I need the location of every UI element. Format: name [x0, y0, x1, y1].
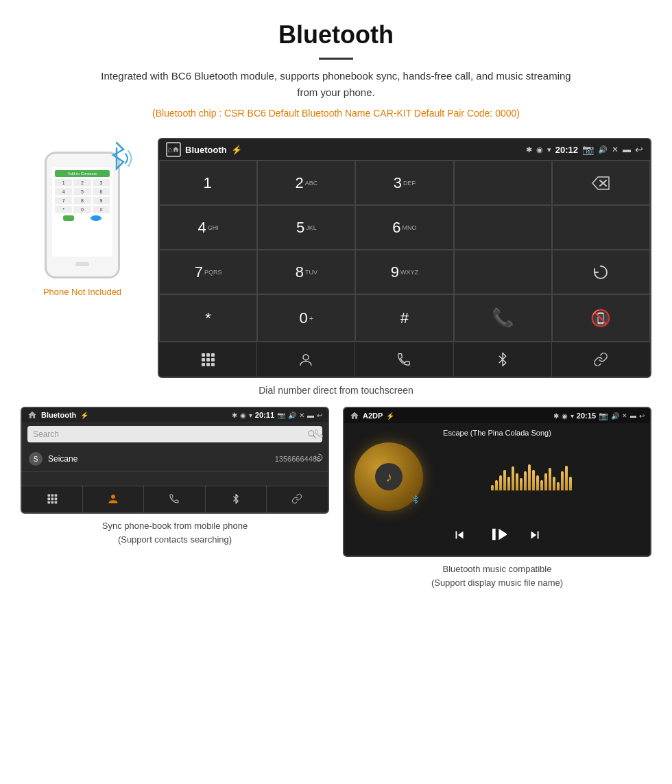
music-status-left: A2DP ⚡	[350, 411, 394, 420]
svg-rect-14	[48, 498, 51, 501]
contacts-bottom-bt[interactable]	[206, 486, 267, 512]
music-screen: A2DP ⚡ ✱ ◉ ▾ 20:15 📷 🔊 ✕ ▬ ↩	[343, 407, 651, 557]
music-play-button[interactable]	[488, 525, 507, 549]
contacts-refresh-icon[interactable]	[314, 453, 324, 464]
call-green-icon: 📞	[492, 307, 514, 329]
viz-bar	[491, 485, 494, 490]
contacts-vol-icon: 🔊	[288, 412, 296, 419]
dial-empty-2	[454, 205, 552, 250]
dial-key-4[interactable]: 4GHI	[159, 205, 257, 250]
dial-key-5[interactable]: 5JKL	[257, 205, 355, 250]
contacts-call-icon[interactable]	[314, 429, 324, 440]
contacts-bottom-bar	[22, 486, 328, 512]
dial-caption: Dial number direct from touchscreen	[21, 385, 651, 396]
dial-key-hash[interactable]: #	[355, 294, 453, 342]
dial-call-button[interactable]: 📞	[454, 294, 552, 342]
dial-bottom-bar	[159, 342, 650, 377]
dial-section: Add to Contacts 1 2 3 4 5 6 7 8 9 *	[21, 138, 651, 378]
viz-bar	[549, 468, 551, 490]
music-time: 20:15	[577, 412, 596, 420]
volume-icon[interactable]: 🔊	[598, 145, 608, 154]
viz-bar	[520, 478, 523, 490]
svg-rect-8	[211, 363, 215, 366]
bottom-bluetooth-icon[interactable]	[454, 342, 552, 377]
bottom-phone-icon[interactable]	[355, 342, 453, 377]
call-red-icon: 📵	[590, 309, 611, 328]
dial-screen: Bluetooth ⚡ ✱ ◉ ▾ 20:12 📷 🔊 ✕ ▬ ↩	[158, 138, 651, 378]
contacts-bottom-phone[interactable]	[144, 486, 205, 512]
viz-bar	[536, 475, 539, 490]
dial-key-9[interactable]: 9WXYZ	[355, 250, 453, 294]
svg-rect-6	[202, 363, 205, 366]
contacts-app-title: Bluetooth	[41, 411, 76, 419]
viz-bar	[524, 471, 527, 490]
music-wifi-icon: ▾	[571, 412, 574, 420]
dial-key-star[interactable]: *	[159, 294, 257, 342]
dial-key-1[interactable]: 1	[159, 161, 257, 205]
title-divider	[319, 58, 353, 60]
dial-backspace[interactable]	[552, 161, 650, 205]
music-visualizer	[423, 463, 640, 490]
svg-rect-2	[211, 353, 215, 357]
dial-status-bar: Bluetooth ⚡ ✱ ◉ ▾ 20:12 📷 🔊 ✕ ▬ ↩	[159, 139, 650, 160]
dial-key-3[interactable]: 3DEF	[355, 161, 453, 205]
bottom-contacts-icon[interactable]	[257, 342, 355, 377]
phone-bottom-buttons	[55, 215, 110, 221]
contacts-search-bar[interactable]: Search	[27, 426, 322, 442]
phone-key: 7	[55, 197, 72, 204]
contacts-wifi-icon: ▾	[249, 412, 252, 419]
dial-refresh[interactable]	[552, 250, 650, 294]
dial-key-7[interactable]: 7PQRS	[159, 250, 257, 294]
dial-key-2[interactable]: 2ABC	[257, 161, 355, 205]
svg-rect-0	[202, 353, 205, 357]
music-close-icon: ✕	[622, 412, 627, 419]
svg-rect-7	[206, 363, 210, 366]
phone-key: 3	[93, 179, 110, 187]
contacts-status-left: Bluetooth ⚡	[27, 410, 88, 420]
svg-point-9	[303, 355, 309, 360]
contacts-bottom-dialpad[interactable]	[22, 486, 83, 512]
music-controls	[344, 518, 650, 556]
contact-row: S Seicane 13566664466	[22, 447, 328, 472]
music-song-title: Escape (The Pina Colada Song)	[443, 429, 551, 437]
camera-icon[interactable]: 📷	[582, 144, 594, 155]
phone-key: 5	[73, 188, 91, 195]
svg-rect-15	[51, 498, 54, 501]
page-description: Integrated with BC6 Bluetooth module, su…	[96, 68, 576, 101]
contacts-search-placeholder: Search	[33, 429, 303, 439]
contacts-location-icon: ◉	[240, 412, 246, 419]
music-prev-button[interactable]	[452, 527, 467, 546]
album-art: ♪	[355, 442, 423, 511]
music-camera-icon: 📷	[599, 412, 608, 420]
music-app-title: A2DP	[363, 412, 383, 420]
bluetooth-signal	[99, 141, 134, 178]
dial-app-title: Bluetooth	[185, 145, 227, 155]
location-icon: ◉	[536, 145, 543, 154]
contacts-bottom-person[interactable]	[83, 486, 144, 512]
contacts-bottom-link[interactable]	[267, 486, 328, 512]
viz-bar	[503, 470, 506, 490]
dial-key-8[interactable]: 8TUV	[257, 250, 355, 294]
bottom-dialpad-icon[interactable]	[159, 342, 257, 377]
viz-bar	[532, 470, 535, 490]
viz-bar	[569, 477, 572, 490]
dialpad-grid: 1 2ABC 3DEF 4GHI 5JKL 6MNO 7PQRS	[159, 160, 650, 342]
phone-key: #	[93, 206, 110, 213]
window-icon[interactable]: ▬	[623, 145, 631, 154]
dial-key-0[interactable]: 0+	[257, 294, 355, 342]
dial-key-6[interactable]: 6MNO	[355, 205, 453, 250]
dial-empty-3	[552, 205, 650, 250]
wifi-icon: ▾	[547, 145, 551, 154]
bottom-link-icon[interactable]	[552, 342, 650, 377]
svg-rect-17	[48, 501, 51, 504]
music-next-button[interactable]	[527, 527, 542, 546]
viz-bar	[507, 477, 510, 490]
back-icon[interactable]: ↩	[635, 144, 643, 155]
phone-action-button	[91, 215, 101, 221]
album-art-inner: ♪	[375, 463, 403, 490]
close-icon[interactable]: ✕	[612, 145, 619, 154]
music-status-right: ✱ ◉ ▾ 20:15 📷 🔊 ✕ ▬ ↩	[553, 412, 645, 420]
home-icon[interactable]	[166, 142, 181, 157]
dial-end-call-button[interactable]: 📵	[552, 294, 650, 342]
viz-bar	[528, 464, 531, 490]
